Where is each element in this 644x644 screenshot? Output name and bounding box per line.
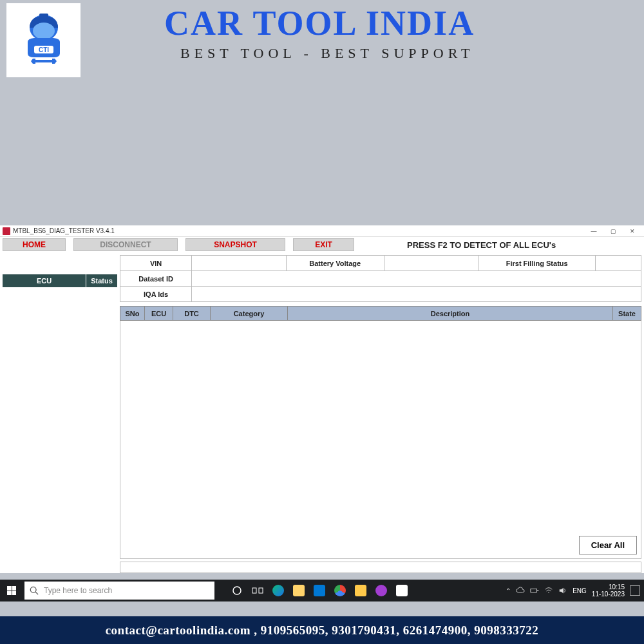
page-header: CTI CAR TOOL INDIA BEST TOOL - BEST SUPP… <box>0 0 644 225</box>
sidebar-status-header: Status <box>86 274 117 287</box>
dataset-value <box>192 271 641 287</box>
notifications-icon[interactable] <box>630 585 640 596</box>
toolbar: HOME DISCONNECT SNAPSHOT EXIT PRESS F2 T… <box>0 237 644 252</box>
cortana-icon[interactable] <box>227 581 247 600</box>
iqa-value <box>192 287 641 302</box>
contact-footer: contact@cartoolindia.com , 9109565095, 9… <box>0 616 644 644</box>
svg-rect-10 <box>259 588 263 593</box>
col-dtc[interactable]: DTC <box>173 307 211 321</box>
explorer-icon[interactable] <box>289 581 308 600</box>
volume-icon[interactable] <box>558 586 567 595</box>
brand-logo: CTI <box>6 3 80 77</box>
system-tray: ⌃ ENG 10:15 11-10-2023 <box>506 583 644 598</box>
start-button[interactable] <box>0 580 23 601</box>
clear-all-button[interactable]: Clear All <box>579 536 637 554</box>
svg-rect-1 <box>39 14 48 19</box>
battery-value <box>384 256 478 271</box>
app-red-icon[interactable] <box>392 581 412 600</box>
filling-label: First Filling Status <box>478 256 596 271</box>
chrome-icon[interactable] <box>330 581 350 600</box>
time: 10:15 <box>592 583 625 591</box>
col-sno[interactable]: SNo <box>120 307 145 321</box>
status-bar <box>120 562 641 573</box>
brand-title: CAR TOOL INDIA <box>164 3 475 43</box>
svg-rect-5 <box>34 60 53 62</box>
taskbar-search[interactable]: Type here to search <box>24 582 214 600</box>
home-button[interactable]: HOME <box>3 238 66 251</box>
window-title: MTBL_BS6_DIAG_TESTER V3.4.1 <box>13 227 115 234</box>
mail-icon[interactable] <box>310 581 329 600</box>
svg-rect-11 <box>531 589 537 592</box>
wifi-icon[interactable] <box>544 586 553 595</box>
snapshot-button[interactable]: SNAPSHOT <box>185 238 285 251</box>
dtc-table: SNo ECU DTC Category Description State <box>120 306 641 321</box>
search-placeholder: Type here to search <box>44 586 112 595</box>
info-table: VIN Battery Voltage First Filling Status… <box>120 255 641 302</box>
search-icon <box>30 586 39 595</box>
mechanic-icon: CTI <box>15 10 73 71</box>
svg-rect-9 <box>252 588 256 593</box>
cloud-icon[interactable] <box>516 586 525 595</box>
sidebar-header: ECU Status <box>3 274 117 287</box>
svg-rect-12 <box>538 590 539 591</box>
battery-icon[interactable] <box>530 586 539 595</box>
edge-icon[interactable] <box>269 581 288 600</box>
vin-value <box>192 256 287 271</box>
dataset-label: Dataset ID <box>120 271 192 287</box>
exit-button[interactable]: EXIT <box>293 238 354 251</box>
contact-text: contact@cartoolindia.com , 9109565095, 9… <box>106 623 539 638</box>
iqa-label: IQA Ids <box>120 287 192 302</box>
svg-line-7 <box>35 592 38 594</box>
taskbar-apps <box>227 581 412 600</box>
detect-hint: PRESS F2 TO DETECT OF ALL ECU's <box>407 240 556 250</box>
clock[interactable]: 10:15 11-10-2023 <box>592 583 625 598</box>
app-icon <box>3 227 10 235</box>
app-purple-icon[interactable] <box>372 581 391 600</box>
svg-point-2 <box>33 23 55 39</box>
disconnect-button[interactable]: DISCONNECT <box>73 238 178 251</box>
filling-value <box>596 256 641 271</box>
battery-label: Battery Voltage <box>286 256 384 271</box>
col-state[interactable]: State <box>613 307 641 321</box>
taskview-icon[interactable] <box>248 581 267 600</box>
col-ecu[interactable]: ECU <box>145 307 173 321</box>
col-description[interactable]: Description <box>288 307 613 321</box>
folder-icon[interactable] <box>351 581 370 600</box>
minimize-button[interactable]: — <box>585 227 603 236</box>
windows-taskbar: Type here to search ⌃ ENG 10:15 11-10-20… <box>0 580 644 601</box>
windows-icon <box>7 586 16 595</box>
col-category[interactable]: Category <box>211 307 288 321</box>
svg-text:CTI: CTI <box>38 46 48 53</box>
date: 11-10-2023 <box>592 591 625 598</box>
maximize-button[interactable]: ▢ <box>604 227 622 236</box>
content: VIN Battery Voltage First Filling Status… <box>120 255 641 573</box>
svg-point-8 <box>233 587 241 594</box>
app-window: MTBL_BS6_DIAG_TESTER V3.4.1 — ▢ ✕ HOME D… <box>0 225 644 573</box>
svg-point-6 <box>30 587 36 592</box>
brand-subtitle: BEST TOOL - BEST SUPPORT <box>180 45 474 62</box>
sidebar-ecu-header: ECU <box>3 274 86 287</box>
sidebar: ECU Status <box>3 255 117 573</box>
vin-label: VIN <box>120 256 192 271</box>
tray-chevron-icon[interactable]: ⌃ <box>506 587 511 594</box>
titlebar: MTBL_BS6_DIAG_TESTER V3.4.1 — ▢ ✕ <box>0 225 644 237</box>
close-button[interactable]: ✕ <box>623 227 641 236</box>
dtc-body: Clear All <box>120 321 641 559</box>
language-indicator[interactable]: ENG <box>573 587 587 594</box>
